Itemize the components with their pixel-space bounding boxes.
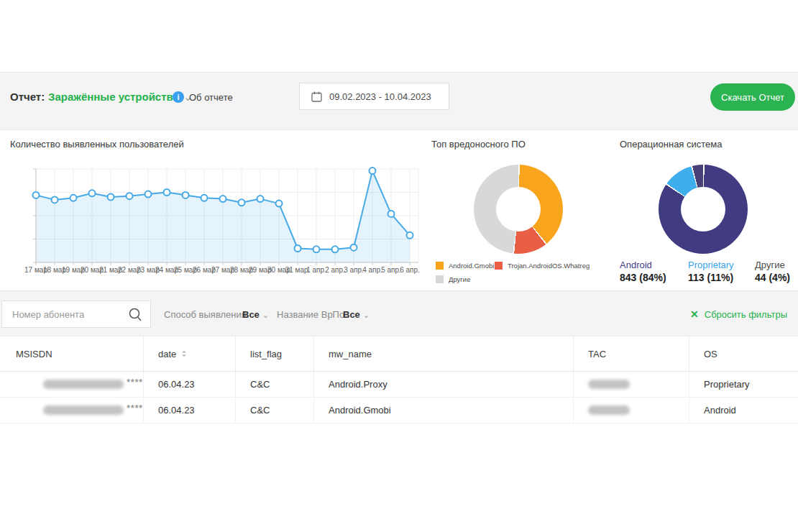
- cell-list-flag: C&C: [236, 398, 314, 423]
- os-donut-title: Операционная система: [620, 139, 723, 150]
- users-line-chart: 17 мар18 мар19 мар20 мар21 мар22 мар23 м…: [22, 157, 421, 277]
- cell-msisdn: ****: [0, 398, 144, 423]
- os-stat-value: 44 (4%): [755, 272, 790, 283]
- cell-mw-name: Android.Proxy: [314, 372, 574, 397]
- report-type-dropdown[interactable]: Заражённые устройства⌄: [48, 91, 193, 104]
- column-header-os: OS: [689, 336, 798, 371]
- data-point[interactable]: [220, 196, 226, 202]
- table-row[interactable]: **** 06.04.23 C&C Android.Gmobi Android: [0, 398, 798, 423]
- data-point[interactable]: [257, 196, 264, 202]
- malware-name-label: Название ВрПо::: [277, 309, 349, 320]
- data-point[interactable]: [239, 199, 245, 206]
- date-range-value: 09.02.2023 - 10.04.2023: [329, 91, 431, 102]
- column-header-mw-name: mw_name: [314, 336, 574, 371]
- info-icon[interactable]: i: [173, 91, 184, 103]
- os-stat-proprietary: Proprietary 113 (11%): [688, 260, 734, 283]
- reset-filters-button[interactable]: ✕ Сбросить фильтры: [690, 308, 787, 320]
- os-stat-android: Android 843 (84%): [620, 260, 666, 283]
- data-point[interactable]: [388, 211, 395, 217]
- masked-tac: [588, 405, 630, 415]
- legend-swatch: [436, 275, 444, 283]
- cell-date: 06.04.23: [144, 398, 236, 423]
- line-chart-svg: 17 мар18 мар19 мар20 мар21 мар22 мар23 м…: [22, 157, 421, 277]
- sort-icon[interactable]: [182, 350, 186, 357]
- os-stat-label: Другие: [755, 260, 790, 270]
- malware-donut-title: Топ вредоносного ПО: [431, 139, 526, 150]
- cell-os: Android: [689, 398, 798, 423]
- data-point[interactable]: [313, 246, 320, 252]
- os-stat-other: Другие 44 (4%): [755, 260, 790, 283]
- infected-devices-report-page: Отчет: Заражённые устройства⌄ i Об отчет…: [0, 0, 798, 532]
- cell-mw-name: Android.Gmobi: [314, 398, 574, 423]
- cell-list-flag: C&C: [236, 372, 314, 397]
- legend-label: Android.Gmobi: [449, 262, 494, 270]
- os-donut-chart[interactable]: [659, 165, 748, 254]
- search-icon[interactable]: [128, 307, 143, 322]
- date-range-picker[interactable]: 09.02.2023 - 10.04.2023: [299, 83, 449, 110]
- data-point[interactable]: [332, 246, 339, 252]
- report-name: Заражённые устройства: [48, 91, 179, 103]
- malware-donut-chart[interactable]: [474, 165, 563, 254]
- data-point[interactable]: [127, 193, 133, 199]
- x-axis-label: 5 апр.: [381, 266, 401, 274]
- x-axis-label: 1 апр.: [306, 266, 326, 274]
- masked-msisdn: [43, 405, 124, 415]
- os-stat-label: Android: [620, 260, 666, 270]
- legend-label: Trojan.AndroidOS.Whatreg: [508, 262, 590, 270]
- x-axis-label: 4 апр.: [362, 266, 382, 274]
- malware-name-dropdown[interactable]: Все⌄: [343, 309, 370, 320]
- chevron-down-icon: ⌄: [363, 311, 370, 319]
- column-header-list-flag: list_flag: [236, 336, 314, 371]
- cell-msisdn: ****: [0, 372, 144, 397]
- data-point[interactable]: [183, 192, 189, 198]
- masked-msisdn: [43, 380, 124, 389]
- data-point[interactable]: [351, 244, 357, 251]
- x-axis-label: 6 апр.: [400, 266, 420, 274]
- data-point[interactable]: [201, 195, 208, 201]
- infected-devices-table: MSISDN date list_flag mw_name TAC OS ***…: [0, 336, 798, 423]
- reset-filters-label: Сбросить фильтры: [705, 309, 787, 320]
- download-report-button[interactable]: Скачать Отчет: [710, 83, 795, 111]
- data-point[interactable]: [145, 191, 152, 198]
- x-axis-label: 2 апр.: [325, 266, 345, 274]
- legend-swatch: [436, 262, 444, 270]
- column-header-date[interactable]: date: [144, 336, 236, 371]
- masked-tac: [588, 380, 630, 389]
- legend-label: Другие: [449, 275, 470, 283]
- cell-os: Proprietary: [689, 372, 798, 397]
- data-point[interactable]: [370, 168, 376, 174]
- calendar-icon: [311, 91, 322, 102]
- msisdn-mask-suffix: ****: [127, 403, 143, 413]
- table-header-row: MSISDN date list_flag mw_name TAC OS: [0, 336, 798, 372]
- data-point[interactable]: [108, 194, 114, 201]
- cell-date: 06.04.23: [144, 372, 236, 397]
- msisdn-mask-suffix: ****: [127, 377, 143, 387]
- data-point[interactable]: [295, 245, 301, 252]
- chevron-down-icon: ⌄: [262, 311, 269, 319]
- legend-swatch: [495, 262, 503, 270]
- legend-item: Trojan.AndroidOS.Whatreg: [495, 262, 590, 270]
- os-stat-label: Proprietary: [688, 260, 734, 270]
- data-point[interactable]: [33, 192, 40, 198]
- x-axis-label: 3 апр.: [344, 266, 364, 274]
- os-stat-value: 113 (11%): [688, 272, 734, 283]
- report-label: Отчет:: [10, 91, 45, 103]
- detection-method-label: Способ выявления:: [164, 309, 249, 320]
- table-row[interactable]: **** 06.04.23 C&C Android.Proxy Propriet…: [0, 372, 798, 398]
- legend-item: Android.Gmobi: [436, 262, 494, 270]
- data-point[interactable]: [52, 196, 58, 203]
- subscriber-number-input[interactable]: [2, 301, 126, 327]
- cell-tac: [574, 372, 689, 397]
- table-body: **** 06.04.23 C&C Android.Proxy Propriet…: [0, 372, 798, 423]
- data-point[interactable]: [276, 201, 283, 207]
- column-header-tac: TAC: [574, 336, 689, 371]
- data-point[interactable]: [164, 189, 170, 196]
- data-point[interactable]: [407, 232, 413, 239]
- about-report-link[interactable]: Об отчете: [189, 92, 233, 103]
- detection-method-dropdown[interactable]: Все⌄: [242, 309, 269, 320]
- data-point[interactable]: [70, 195, 77, 201]
- subscriber-search: [1, 301, 151, 328]
- line-chart-title: Количество выявленных пользователей: [10, 139, 184, 150]
- cell-tac: [574, 398, 689, 423]
- data-point[interactable]: [89, 190, 96, 196]
